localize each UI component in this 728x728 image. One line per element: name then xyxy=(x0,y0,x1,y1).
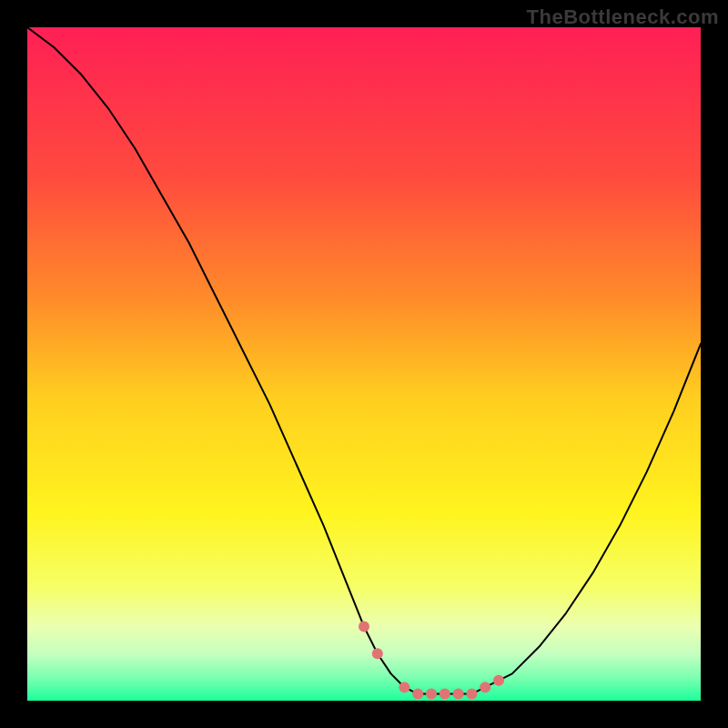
sweet-spot-marker xyxy=(480,682,490,693)
sweet-spot-marker xyxy=(466,689,477,700)
gradient-rect xyxy=(27,27,701,701)
sweet-spot-marker xyxy=(412,689,423,700)
sweet-spot-marker xyxy=(453,689,464,700)
sweet-spot-marker xyxy=(372,648,383,659)
sweet-spot-marker xyxy=(426,689,437,700)
sweet-spot-marker xyxy=(493,675,504,686)
watermark-label: TheBottleneck.com xyxy=(527,5,719,29)
sweet-spot-marker xyxy=(440,689,450,700)
sweet-spot-marker xyxy=(399,682,410,693)
plot-area xyxy=(27,27,701,701)
plot-svg xyxy=(27,27,701,701)
sweet-spot-marker xyxy=(359,622,369,632)
chart-frame: TheBottleneck.com xyxy=(0,0,728,728)
